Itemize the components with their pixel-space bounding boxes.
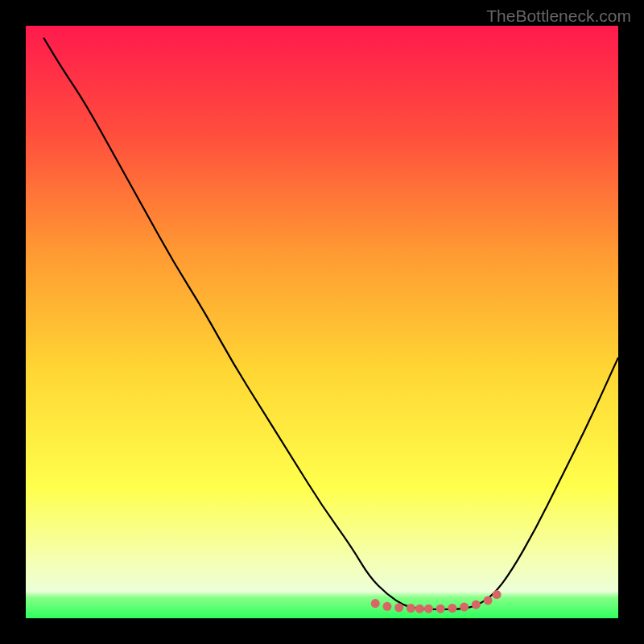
marker-dot — [436, 605, 445, 613]
marker-dot — [415, 605, 424, 613]
marker-dot — [371, 599, 380, 608]
marker-dot — [407, 604, 415, 613]
marker-dot — [493, 590, 502, 599]
marker-dot — [472, 601, 481, 609]
chart-container: TheBottleneck.com — [0, 0, 644, 644]
marker-dot — [424, 605, 433, 613]
marker-dot — [382, 602, 391, 611]
marker-dot — [394, 603, 403, 612]
gradient-background — [26, 26, 618, 618]
watermark-text: TheBottleneck.com — [486, 6, 631, 26]
chart-svg — [26, 26, 618, 618]
marker-dot — [448, 604, 456, 613]
marker-dot — [484, 596, 493, 605]
plot-area — [26, 26, 618, 618]
marker-dot — [460, 603, 469, 612]
